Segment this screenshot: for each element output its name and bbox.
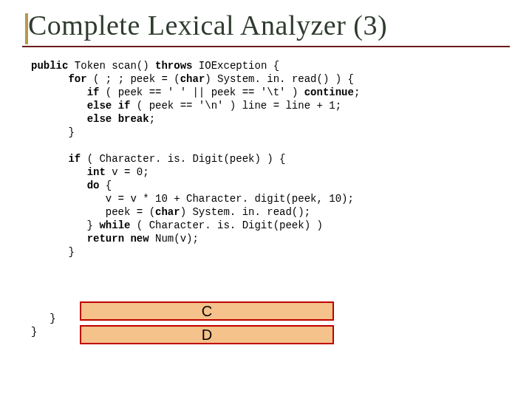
code-text: Token scan() [68,60,155,72]
code-text [31,180,87,191]
kw-while: while [99,219,130,231]
kw-if: if [87,86,100,98]
kw-do: do [87,180,100,191]
code-text: { [99,180,112,191]
placeholder-label-c: C [202,303,212,320]
code-text: } [31,219,99,231]
code-text: Num(v); [149,233,199,245]
code-text: ( peek == ' ' || peek == '\t' ) [99,86,304,98]
code-text [31,113,87,125]
placeholder-box-c: C [80,301,334,321]
kw-return-new: return new [87,233,149,245]
code-text: ( Character. is. Digit(peek) ) [130,219,322,231]
kw-public: public [31,60,68,72]
placeholder-label-d: D [202,327,212,344]
slide-title: Complete Lexical Analyzer (3) [28,9,387,41]
code-text: peek = ( [31,206,155,218]
code-text: } [31,326,37,338]
code-text: ( Character. is. Digit(peek) ) { [81,153,285,165]
code-text: IOException { [192,60,279,72]
code-text: ( ; ; peek = ( [87,73,180,85]
kw-for: for [68,73,86,85]
placeholder-box-d: D [80,325,334,344]
code-text: ; [354,86,360,98]
code-text: } [31,313,56,324]
code-text: v = v * 10 + Character. digit(peek, 10); [31,193,354,205]
kw-throws: throws [155,60,192,72]
code-text: ) System. in. read(); [180,206,310,218]
code-text: } [31,126,75,138]
kw-char: char [180,73,205,85]
title-underline [22,46,510,47]
code-text [31,100,87,112]
code-text [31,73,68,85]
code-text [31,233,87,245]
slide: Complete Lexical Analyzer (3) public Tok… [0,0,532,399]
code-text: ( peek == '\n' ) line = line + 1; [130,100,341,112]
code-text: ) System. in. read() ) { [205,73,354,85]
kw-continue: continue [304,86,354,98]
kw-else-if: else if [87,100,131,112]
kw-int: int [87,166,106,178]
code-block: public Token scan() throws IOException {… [31,59,504,338]
code-text [31,86,87,98]
code-text [31,153,68,165]
code-text [31,166,87,178]
code-text: } [31,246,75,258]
code-text: v = 0; [106,166,149,178]
code-text: ; [149,113,155,125]
kw-else-break: else break [87,113,149,125]
kw-char: char [155,206,180,218]
kw-if: if [68,153,81,165]
